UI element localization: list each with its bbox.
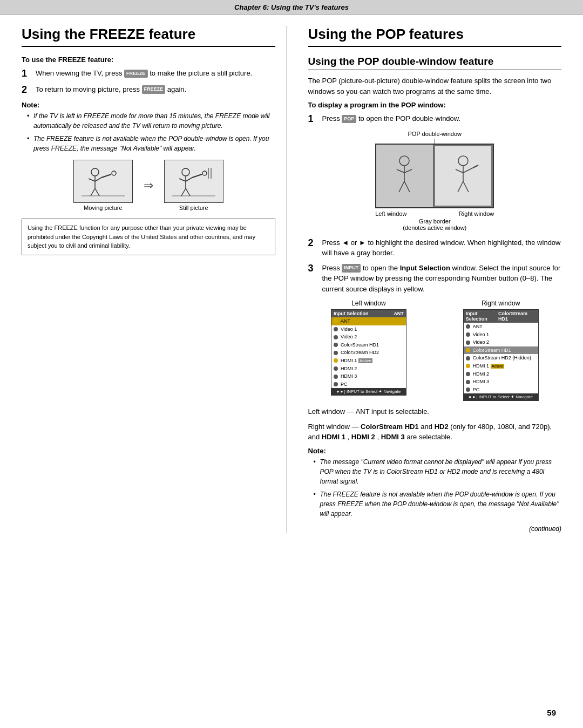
left-panel-footer: ● ● | INPUT to Select ✦ Navigate — [331, 388, 406, 395]
freeze-steps: 1 When viewing the TV, press FREEZE to m… — [22, 68, 275, 96]
pop-step-num-1: 1 — [308, 113, 318, 125]
pop-title: Using the POP features — [308, 26, 562, 47]
pop-double-window-label: POP double-window — [408, 131, 462, 137]
pop-step-text-2: Press ◄ or ► to highlight the desired wi… — [322, 237, 562, 258]
pop-note-label: Note: — [308, 447, 562, 455]
left-panel-header: Input Selection ANT — [331, 310, 406, 317]
pop-step-num-3: 3 — [308, 263, 318, 295]
pop-display-subsection: To display a program in the POP window: — [308, 101, 562, 109]
input-left-label: Left window — [351, 300, 385, 307]
pop-right-pane — [433, 145, 493, 207]
input-panels: Left window Input Selection ANT ANT Vi — [308, 300, 562, 401]
pop-right-svg — [440, 149, 486, 203]
svg-line-25 — [404, 181, 410, 192]
input-right-label: Right window — [482, 300, 520, 307]
svg-line-15 — [186, 188, 190, 196]
pop-step-num-2: 2 — [308, 237, 318, 258]
left-row-video2: Video 2 — [331, 333, 406, 341]
left-row-ant: ANT — [331, 317, 406, 325]
pop-intro: The POP (picture-out-picture) double-win… — [308, 76, 562, 97]
bullet-pc — [334, 382, 338, 386]
step-text-1: When viewing the TV, press FREEZE to mak… — [36, 68, 275, 80]
rbullet-cs1 — [466, 348, 470, 352]
svg-point-26 — [458, 156, 468, 166]
left-row-cshd1: ColorStream HD1 — [331, 341, 406, 349]
svg-line-16 — [192, 174, 202, 178]
bullet-v2 — [334, 335, 338, 339]
svg-point-10 — [182, 168, 189, 176]
pop-left-pane — [376, 145, 433, 207]
freeze-note-list: If the TV is left in FREEZE mode for mor… — [22, 111, 275, 153]
pop-note-2: The FREEZE feature is not available when… — [314, 489, 562, 519]
svg-line-4 — [95, 178, 101, 181]
pop-key-1: POP — [342, 115, 356, 124]
input-key: INPUT — [342, 264, 361, 273]
svg-line-30 — [473, 165, 478, 168]
svg-line-3 — [89, 179, 95, 181]
right-row-cshd1: ColorStream HD1 — [464, 346, 538, 355]
left-note-text: Left window — ANT input is selectable. — [308, 406, 562, 417]
svg-point-1 — [91, 168, 99, 176]
svg-line-12 — [179, 179, 186, 181]
still-figure-svg — [170, 162, 218, 200]
freeze-key-2: FREEZE — [142, 85, 166, 94]
still-picture-label: Still picture — [179, 205, 208, 211]
rbullet-v1 — [466, 332, 470, 337]
right-row-pc: PC — [464, 386, 538, 394]
moving-figure-svg — [79, 162, 127, 200]
svg-line-5 — [91, 188, 95, 196]
freeze-key-1: FREEZE — [124, 70, 148, 78]
left-row-cshd2: ColorStream HD2 — [331, 349, 406, 357]
step-text-2: To return to moving picture, press FREEZ… — [36, 84, 275, 96]
pop-step-1: 1 Press POP to open the POP double-windo… — [308, 113, 562, 125]
pop-note: Note: The message "Current video format … — [308, 447, 562, 519]
svg-line-6 — [95, 188, 99, 196]
right-row-video2: Video 2 — [464, 338, 538, 346]
freeze-note-1: If the TV is left in FREEZE mode for mor… — [27, 111, 275, 131]
pop-illustration: POP double-window — [308, 131, 562, 231]
left-row-hdmi3: HDMI 3 — [331, 372, 406, 380]
main-content: Using the FREEZE feature To use the FREE… — [0, 15, 583, 543]
left-row-video1: Video 1 — [331, 325, 406, 334]
still-picture-box — [164, 160, 223, 203]
svg-line-7 — [101, 174, 111, 178]
left-row-pc: PC — [331, 380, 406, 389]
right-input-panel: Input Selection ColorStream HD1 ANT Vide… — [463, 309, 539, 401]
left-row-hdmi2: HDMI 2 — [331, 365, 406, 373]
rbullet-h1 — [466, 364, 470, 368]
freeze-step-1: 1 When viewing the TV, press FREEZE to m… — [22, 68, 275, 80]
right-row-hdmi1: HDMI 1 Active — [464, 362, 538, 370]
svg-line-29 — [463, 168, 473, 173]
freeze-subsection-title: To use the FREEZE feature: — [22, 56, 275, 64]
still-picture-wrapper: Still picture — [164, 160, 223, 211]
svg-point-8 — [112, 171, 116, 175]
right-row-video1: Video 1 — [464, 331, 538, 339]
svg-point-20 — [399, 156, 409, 166]
rbullet-pc — [466, 387, 470, 392]
svg-point-17 — [202, 171, 207, 175]
warning-box: Using the FREEZE function for any purpos… — [22, 219, 275, 255]
right-row-ant: ANT — [464, 323, 538, 331]
pop-note-list: The message "Current video format cannot… — [308, 457, 562, 519]
svg-line-31 — [458, 181, 463, 192]
rbullet-cs2 — [466, 356, 470, 360]
svg-line-32 — [463, 181, 469, 192]
rbullet-h3 — [466, 380, 470, 384]
pop-step-text-3: Press INPUT to open the Input Selection … — [322, 263, 562, 295]
left-input-panel: Input Selection ANT ANT Video 1 — [331, 309, 406, 396]
freeze-illustration: Moving picture ⇒ — [22, 160, 275, 211]
moving-picture-box — [73, 160, 133, 203]
rbullet-h2 — [466, 372, 470, 376]
arrow-icon: ⇒ — [144, 179, 153, 193]
pop-step-text-1: Press POP to open the POP double-window. — [322, 113, 562, 125]
right-row-hdmi2: HDMI 2 — [464, 370, 538, 378]
chapter-label: Chapter 6: Using the TV's features — [234, 3, 349, 11]
svg-line-13 — [186, 178, 192, 181]
step-num-1: 1 — [22, 68, 31, 80]
pop-note-1: The message "Current video format cannot… — [314, 457, 562, 486]
pop-steps: 1 Press POP to open the POP double-windo… — [308, 113, 562, 125]
right-panel-wrapper: Right window Input Selection ColorStream… — [440, 300, 561, 401]
right-panel-header: Input Selection ColorStream HD1 — [464, 310, 538, 323]
gray-border-label: Gray border (denotes active window) — [403, 218, 466, 231]
step-num-2: 2 — [22, 84, 31, 96]
